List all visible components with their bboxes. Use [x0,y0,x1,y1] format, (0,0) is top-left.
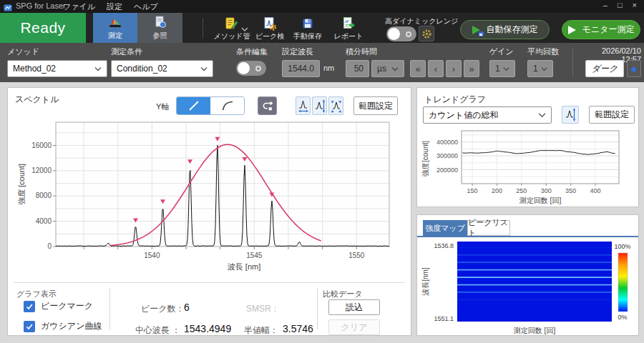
maximize-button[interactable]: □ [618,1,623,9]
autoscale-y-button[interactable] [312,96,327,115]
svg-text:測定回数 [回]: 測定回数 [回] [514,327,556,334]
autoscale-xy-icon [331,99,342,114]
tab-reference-label: 参照 [153,31,167,41]
integration-time-label: 積分時間 [346,46,377,57]
tab-measure[interactable]: 測定 [93,13,137,43]
diamond-button[interactable]: ◆ [627,60,641,77]
tab-intensity-map[interactable]: 強度マップ [423,220,467,236]
trend-autoscale-y-button[interactable] [562,106,579,124]
integration-unit-select: µs [371,60,404,77]
fwhm-label: 半値幅： [244,324,278,337]
peak-count-value: 6 [184,302,190,313]
trend-panel-title: トレンドグラフ [424,94,486,106]
svg-text:強度 [count]: 強度 [count] [17,164,26,205]
titlebar: SPG for Laser ファイル 設定 ヘルプ – □ × [0,0,644,13]
measure-spectrum-icon [108,16,122,30]
condition-edit-toggle-knob [238,62,250,74]
svg-text:波長[nm]: 波長[nm] [421,267,429,297]
minimize-button[interactable]: – [603,1,608,9]
clear-compare-button: クリア [328,319,380,335]
average-count-value: 1 [533,64,538,74]
peak-mark-checkbox-row[interactable]: ピークマーク [24,300,93,312]
svg-text:300000: 300000 [436,152,458,159]
spectrum-chart[interactable]: 1540154515500400080001200016000波長 [nm]強度… [11,116,409,281]
average-count-label: 平均回数 [527,46,559,57]
tab-reference[interactable]: 参照 [137,13,182,43]
trend-chart[interactable]: 150200250300350400200000300000400000測定回数… [420,128,637,205]
log-scale-icon [220,99,235,113]
y-axis-mode-label: Y軸 [156,101,169,112]
auto-save-measure-button[interactable]: 自動保存測定 [460,20,550,39]
svg-text:8000: 8000 [36,192,52,199]
condition-value: Condition_02 [117,64,167,74]
method-manage-chevron-down-icon[interactable] [241,22,248,35]
svg-text:1536.8: 1536.8 [434,242,454,249]
svg-text:1550: 1550 [348,252,365,259]
chevron-down-icon [503,64,509,74]
checkbox-checked-icon [24,301,35,312]
hdr-toggle[interactable] [386,26,416,41]
dark-button[interactable]: ダーク [585,60,624,77]
tool-report-output[interactable]: レポート出力 [331,15,366,42]
menubar: ファイル 設定 ヘルプ [63,1,158,12]
linear-scale-icon [187,99,201,113]
gear-icon [421,29,432,39]
svg-text:測定回数 [回]: 測定回数 [回] [519,197,562,204]
chevron-down-icon [94,64,102,74]
y-axis-linear-button[interactable] [177,97,210,114]
autoscale-y-icon [314,99,326,114]
undo-zoom-button[interactable] [258,96,277,115]
trend-range-settings-button[interactable]: 範囲設定 [589,106,635,124]
manual-save-icon [291,15,324,31]
svg-text:4000: 4000 [36,217,52,225]
controls-divider [572,49,573,77]
intensity-map-chart[interactable]: 1536.81551.1波長[nm]測定回数 [回]100%0% [420,239,637,334]
monitor-measure-button[interactable]: モニター測定 [562,20,640,39]
peak-detect-settings-icon [252,15,288,31]
svg-text:16000: 16000 [31,141,52,149]
condition-label: 測定条件 [111,46,142,57]
average-count-select: 1 [527,60,553,77]
y-axis-log-button[interactable] [210,97,244,114]
autoscale-xy-button[interactable] [328,96,343,115]
hdr-toggle-off-ring [406,31,411,37]
menu-settings[interactable]: 設定 [107,1,122,12]
compare-data-label: 比較データ [323,289,363,299]
condition-edit-toggle[interactable] [236,61,266,76]
load-compare-button[interactable]: 読込 [328,299,380,315]
center-wavelength-label: 中心波長 ： [135,324,180,337]
chevron-down-icon [541,64,547,74]
gain-label: ゲイン [489,46,514,57]
trend-source-select[interactable]: カウント値の総和 [423,106,552,124]
svg-text:波長 [nm]: 波長 [nm] [228,262,260,271]
svg-text:200: 200 [492,187,502,194]
gaussian-curve-checkbox-label: ガウシアン曲線 [41,320,102,332]
condition-edit-label: 条件編集 [236,46,268,57]
play-save-icon [472,26,480,34]
tab-peak-list[interactable]: ピークリスト [467,220,510,236]
autoscale-x-icon [298,99,309,114]
menu-help[interactable]: ヘルプ [134,1,158,12]
menu-file[interactable]: ファイル [63,1,95,12]
tool-manual-save[interactable]: 手動保存 [291,15,324,42]
condition-select[interactable]: Condition_02 [111,60,213,77]
tool-peak-detect-settings[interactable]: ピーク検出設定 [252,15,288,42]
set-wavelength-unit: nm [323,64,334,72]
spectrum-range-settings-button[interactable]: 範囲設定 [353,96,398,115]
close-button[interactable]: × [633,1,637,9]
method-select[interactable]: Method_02 [7,60,107,77]
hdr-settings-button[interactable] [419,26,434,41]
chevron-down-icon [538,110,546,120]
integration-time-field: 50 [346,60,369,77]
condition-edit-toggle-off-ring [255,66,261,71]
center-wavelength-value: 1543.4949 [184,323,231,334]
spectrum-panel-title: スペクトル [15,94,59,106]
svg-text:200000: 200000 [436,166,458,174]
svg-text:300: 300 [541,187,552,194]
report-output-icon [331,15,366,31]
top-toolbar: Ready 測定 参照 メソッド管理 ピーク検 [0,13,644,43]
set-wavelength-field: 1544.0 [282,60,320,77]
gaussian-curve-checkbox-row[interactable]: ガウシアン曲線 [24,320,102,332]
autoscale-x-button[interactable] [296,96,311,115]
chevron-down-icon [391,64,399,74]
